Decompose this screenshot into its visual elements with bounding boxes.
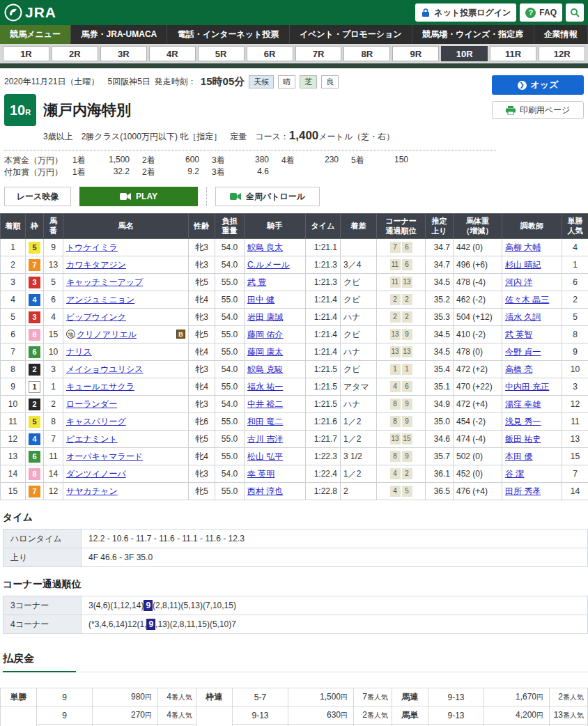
horse-link[interactable]: ビップウインク xyxy=(66,312,126,322)
horse-link[interactable]: ピエナミント xyxy=(66,434,118,444)
nav-item[interactable]: 企業情報 xyxy=(534,25,588,44)
trainer-link[interactable]: 中内田 充正 xyxy=(505,382,549,392)
finish-position: 15 xyxy=(1,483,26,500)
trainer-link[interactable]: 武 英智 xyxy=(505,330,532,339)
race-tab[interactable]: 6R xyxy=(247,46,293,61)
horse-link[interactable]: メイショウユリシス xyxy=(66,364,144,374)
horse-link[interactable]: カワキタアジン xyxy=(66,260,126,270)
horse-link[interactable]: アンジュミニョン xyxy=(66,295,134,304)
last-3f-time: 34.5 xyxy=(426,326,454,343)
jockey-link[interactable]: C.ルメール xyxy=(247,260,290,270)
corner-position: 1 xyxy=(390,364,401,375)
trainer-link[interactable]: 今野 貞一 xyxy=(505,347,541,357)
horse-link[interactable]: オーパキャマラード xyxy=(66,451,143,461)
last-3f-time: 34.7 xyxy=(426,256,454,274)
horse-link[interactable]: ナリス xyxy=(66,347,92,357)
combination: 9 xyxy=(37,688,93,706)
race-tab[interactable]: 3R xyxy=(100,46,147,61)
horse-link[interactable]: ダンツイノーバ xyxy=(66,469,126,479)
corner-position: 2 xyxy=(402,294,412,305)
jockey-link[interactable]: 幸 英明 xyxy=(247,469,274,479)
nav-item[interactable]: 競馬メニュー xyxy=(0,25,71,44)
payout-popularity: 4番人気 xyxy=(158,688,196,706)
body-weight: 476 (+4) xyxy=(454,483,502,500)
corner-position: 13 xyxy=(402,346,412,357)
patrol-video-button[interactable]: 全周パトロール xyxy=(215,187,320,206)
horse-link[interactable]: トウケイミラ xyxy=(66,242,118,252)
jockey-link[interactable]: 和田 竜二 xyxy=(247,417,283,426)
col-margin: 着差 xyxy=(341,214,377,239)
col-time: タイム xyxy=(306,214,341,239)
body-weight: 504 (+12) xyxy=(454,309,502,326)
trainer-link[interactable]: 高柳 大輔 xyxy=(505,242,541,252)
trainer-link[interactable]: 高橋 亮 xyxy=(505,364,532,374)
race-tab[interactable]: 12R xyxy=(539,46,585,61)
trainer-link[interactable]: 杉山 晴紀 xyxy=(505,260,541,270)
bet-type-place: 複勝 xyxy=(1,706,37,726)
jockey-link[interactable]: 松山 弘平 xyxy=(247,451,283,461)
horse-link[interactable]: ローランダー xyxy=(66,399,117,409)
jockey-link[interactable]: 鮫島 克駿 xyxy=(247,364,283,374)
trainer-link[interactable]: 湯窪 幸雄 xyxy=(505,399,541,409)
table-row: 1 5 9 トウケイミラ 牝3 54.0 鮫島 良太 1:21.1 76 34.… xyxy=(1,239,588,256)
race-tab[interactable]: 8R xyxy=(343,46,390,61)
net-voting-login-button[interactable]: ネット投票ログイン xyxy=(415,3,516,22)
weight-carried: 54.0 xyxy=(215,396,245,413)
bet-type-bracket-quinella: 枠連 xyxy=(196,688,233,706)
nav-item[interactable]: 競馬場・ウインズ・指定席 xyxy=(412,25,534,44)
col-last-3f: 推定 上り xyxy=(426,214,454,239)
faq-button[interactable]: ? FAQ xyxy=(520,3,562,22)
jockey-link[interactable]: 武 豊 xyxy=(247,277,266,287)
jockey-link[interactable]: 藤岡 佑介 xyxy=(247,330,283,339)
trainer-link[interactable]: 飯田 祐史 xyxy=(505,434,541,444)
jockey-link[interactable]: 福永 祐一 xyxy=(247,382,283,392)
trainer-link[interactable]: 浅見 秀一 xyxy=(505,417,541,426)
race-tab[interactable]: 11R xyxy=(490,46,536,61)
nav-item[interactable]: 電話・インターネット投票 xyxy=(167,25,289,44)
race-tab[interactable]: 10R xyxy=(441,46,488,61)
jockey-link[interactable]: 藤岡 康太 xyxy=(247,347,283,357)
win-popularity: 4 xyxy=(562,239,588,256)
jockey-link[interactable]: 古川 吉洋 xyxy=(247,434,283,444)
horse-link[interactable]: キャスパリーグ xyxy=(66,417,126,426)
blinker-badge: B xyxy=(176,330,185,339)
race-video-button[interactable]: レース映像 xyxy=(4,187,71,206)
bracket-badge: 6 xyxy=(29,346,40,358)
trainer-link[interactable]: 河内 洋 xyxy=(505,277,532,287)
bracket-badge: 7 xyxy=(29,259,40,271)
trainer-link[interactable]: 本田 優 xyxy=(505,451,532,461)
jockey-link[interactable]: 西村 淳也 xyxy=(247,486,283,496)
nav-item[interactable]: イベント・プロモーション xyxy=(290,25,412,44)
jockey-link[interactable]: 田中 健 xyxy=(247,295,274,304)
horse-link[interactable]: サヤカチャン xyxy=(66,486,118,496)
bracket-badge: 3 xyxy=(29,311,40,323)
race-tab[interactable]: 9R xyxy=(392,46,439,61)
horse-link[interactable]: キュールエサクラ xyxy=(66,382,134,392)
horse-link[interactable]: クリノアリエル xyxy=(77,330,137,339)
race-tab[interactable]: 4R xyxy=(149,46,196,61)
race-tab[interactable]: 2R xyxy=(52,46,98,61)
nav-item[interactable]: 馬券・JRA-UMACA xyxy=(71,25,167,44)
corner-row-value: 3(4,6)(1,12,14)9(2,8,11)(5,13)(7,10,15) xyxy=(82,596,588,615)
payout-popularity: 13番人気 xyxy=(550,706,588,725)
horse-number: 5 xyxy=(44,274,63,291)
race-tab[interactable]: 7R xyxy=(295,46,342,61)
last-3f-time: 35.1 xyxy=(426,378,454,396)
odds-button[interactable]: ❯ オッズ xyxy=(492,75,584,95)
trainer-link[interactable]: 清水 久詞 xyxy=(505,312,541,322)
jockey-link[interactable]: 鮫島 良太 xyxy=(247,242,283,252)
race-tab[interactable]: 1R xyxy=(3,46,49,61)
trainer-link[interactable]: 谷 潔 xyxy=(505,469,524,479)
sex-age: 牝5 xyxy=(189,326,215,343)
search-button[interactable] xyxy=(566,3,584,22)
trainer-link[interactable]: 佐々木 晶三 xyxy=(505,295,549,304)
print-page-button[interactable]: 印刷用ページ xyxy=(492,101,584,119)
jra-logo[interactable]: JRA xyxy=(4,3,56,22)
jockey-link[interactable]: 中井 裕二 xyxy=(247,399,283,409)
trainer-link[interactable]: 田所 秀孝 xyxy=(505,486,541,496)
play-button[interactable]: PLAY xyxy=(79,187,198,206)
horse-link[interactable]: キャッチミーアップ xyxy=(66,277,143,287)
race-tab[interactable]: 5R xyxy=(198,46,245,61)
time-row-label: 上り xyxy=(3,548,82,567)
jockey-link[interactable]: 岩田 康誠 xyxy=(247,312,283,322)
